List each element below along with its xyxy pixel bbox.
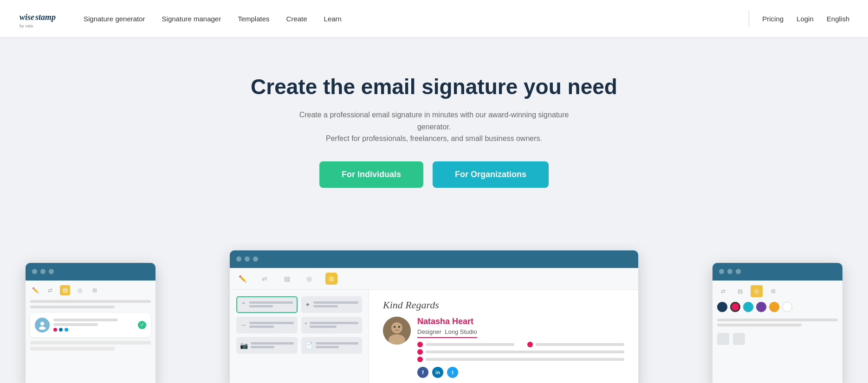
edit-icon: ✏️ <box>30 285 40 295</box>
preview-area: ✏️ ⇄ ▤ ◎ ⊞ <box>0 243 868 383</box>
nav-templates[interactable]: Templates <box>238 15 269 23</box>
nav-create[interactable]: Create <box>286 15 307 23</box>
dot-row <box>53 328 134 332</box>
dot-blue <box>59 328 63 332</box>
color-red[interactable] <box>730 302 740 312</box>
sig-details: Natasha Heart Designer Long Studio <box>417 317 624 378</box>
share-icon: ⇄ <box>259 273 271 285</box>
card-line2 <box>30 347 115 351</box>
nav-pricing[interactable]: Pricing <box>762 15 784 23</box>
card-line <box>30 341 151 345</box>
color-palette <box>717 302 838 312</box>
logo[interactable]: wise stamp by vata <box>19 6 60 32</box>
grid-icon: ⊞ <box>767 285 779 297</box>
email-icon <box>417 349 423 355</box>
dot2 <box>40 269 45 274</box>
dot1 <box>236 256 241 262</box>
preview-window-right: ⇄ ▤ ◎ ⊞ <box>713 263 842 383</box>
template-panel: ⌃ ✦ → " 📷 <box>230 290 369 383</box>
placeholder-line <box>30 306 115 308</box>
dot1 <box>32 269 37 274</box>
template-item-1[interactable]: ⌃ <box>236 296 298 313</box>
center-toolbar: ✏️ ⇄ ▤ ◎ ⊞ <box>230 268 638 290</box>
sig-social: f in t <box>417 367 624 378</box>
email-bar <box>426 351 624 353</box>
twitter-icon: t <box>447 367 458 378</box>
sig-info: Natasha Heart Designer Long Studio <box>383 317 624 378</box>
sig-greeting: Kind Regards <box>383 299 624 311</box>
grid-icon: ⊞ <box>325 273 337 285</box>
web-icon <box>417 357 423 362</box>
dot-red <box>53 328 57 332</box>
nav-signature-generator[interactable]: Signature generator <box>84 15 145 23</box>
nav-signature-manager[interactable]: Signature manager <box>162 15 221 23</box>
palette-icon: ◎ <box>751 285 763 297</box>
titlebar-right <box>713 263 842 281</box>
svg-point-6 <box>391 322 402 333</box>
hero-subtitle: Create a professional email signature in… <box>295 109 573 145</box>
profile-icon: ▤ <box>281 273 293 285</box>
dot2 <box>245 256 250 262</box>
mobile-icon <box>527 342 533 347</box>
dot3 <box>49 269 54 274</box>
template-item-3[interactable]: → <box>236 317 298 333</box>
left-win-body: ✏️ ⇄ ▤ ◎ ⊞ <box>26 281 155 383</box>
btn-individuals[interactable]: For Individuals <box>319 161 423 188</box>
nav-language[interactable]: English <box>827 15 849 23</box>
color-dark-blue[interactable] <box>717 302 727 312</box>
svg-point-9 <box>398 326 400 328</box>
color-white[interactable] <box>782 302 792 312</box>
profile-icon: ▤ <box>734 285 746 297</box>
color-cyan[interactable] <box>743 302 753 312</box>
dot3 <box>736 269 741 274</box>
color-orange[interactable] <box>769 302 779 312</box>
grid-icon: ⊞ <box>90 285 100 295</box>
color-purple[interactable] <box>756 302 766 312</box>
template-item-4[interactable]: " <box>301 317 363 333</box>
svg-point-4 <box>39 326 45 330</box>
nav-login[interactable]: Login <box>797 15 814 23</box>
phone-bar <box>426 343 514 346</box>
template-item-6[interactable]: 📄 <box>301 337 363 354</box>
web-bar <box>426 358 624 361</box>
user-card: ✓ <box>30 313 151 337</box>
checkmark-icon: ✓ <box>138 321 146 329</box>
left-toolbar: ✏️ ⇄ ▤ ◎ ⊞ <box>30 285 151 295</box>
edit-icon: ✏️ <box>236 273 248 285</box>
palette-icon: ◎ <box>75 285 85 295</box>
sig-avatar <box>383 317 411 345</box>
hero-buttons: For Individuals For Organizations <box>9 161 859 188</box>
bt2 <box>733 333 745 345</box>
right-line1 <box>717 319 838 321</box>
navbar: wise stamp by vata Signature generator S… <box>0 0 868 37</box>
palette-icon: ◎ <box>303 273 315 285</box>
user-lines <box>53 319 134 332</box>
nav-right: Pricing Login English <box>749 10 849 27</box>
placeholder-line <box>30 300 151 303</box>
nav-links: Signature generator Signature manager Te… <box>84 15 749 23</box>
btn-organizations[interactable]: For Organizations <box>433 161 549 188</box>
nav-learn[interactable]: Learn <box>324 15 342 23</box>
dot3 <box>253 256 258 262</box>
bottom-tools <box>717 333 838 345</box>
preview-window-left: ✏️ ⇄ ▤ ◎ ⊞ <box>26 263 155 383</box>
user-line2 <box>53 323 98 326</box>
sig-phone-row <box>417 342 624 347</box>
bt1 <box>717 333 729 345</box>
sig-name: Natasha Heart <box>417 317 624 326</box>
svg-point-8 <box>394 326 395 328</box>
template-list: ⌃ ✦ → " 📷 <box>236 296 362 354</box>
linkedin-icon: in <box>432 367 443 378</box>
right-toolbar: ⇄ ▤ ◎ ⊞ <box>717 285 838 297</box>
template-item-5[interactable]: 📷 <box>236 337 298 354</box>
right-line2 <box>717 324 802 326</box>
hero-title: Create the email signature you need <box>9 74 859 100</box>
profile-icon: ▤ <box>60 285 70 295</box>
hero-subtitle-line2: Perfect for professionals, freelancers, … <box>326 134 542 142</box>
phone-icon <box>417 342 423 347</box>
titlebar-left <box>26 263 155 281</box>
sig-web-row <box>417 357 624 362</box>
dot2 <box>727 269 732 274</box>
user-line1 <box>53 319 118 321</box>
template-item-2[interactable]: ✦ <box>301 296 363 313</box>
